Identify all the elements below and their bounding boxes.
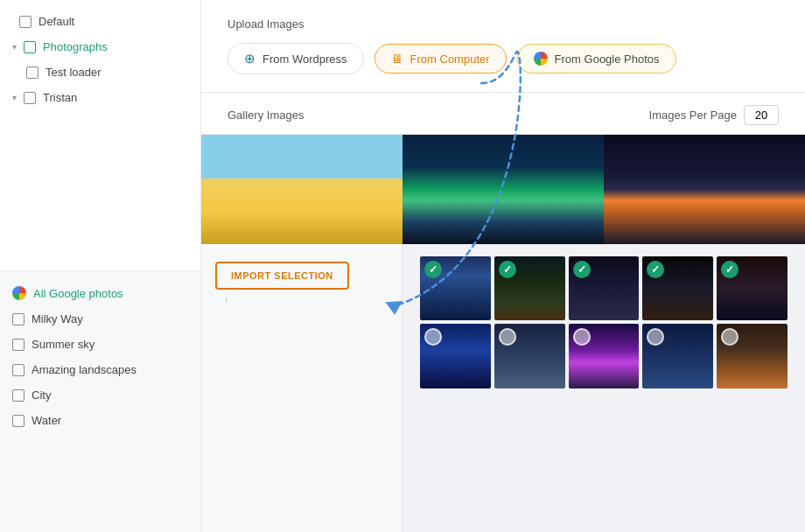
sidebar-item-default[interactable]: Default [0,9,200,34]
sidebar-item-label: Test loader [46,66,102,79]
sidebar-top: Default ▾ Photographs Test loader ▾ Tris… [0,0,200,271]
bottom-section: IMPORT SELECTION ↑ ✓ ✓ ✓ [201,244,805,532]
sidebar-item-label: Milky Way [32,312,83,326]
gallery-images-top [201,135,805,244]
import-selection-button[interactable]: IMPORT SELECTION [215,262,349,290]
photo-cell-5[interactable]: ✓ [717,256,788,320]
import-button-label: IMPORT SELECTION [231,270,333,281]
photo-cell-7[interactable] [494,324,565,388]
sidebar-item-amazing-landscapes[interactable]: Amazing landscapes [0,357,200,382]
per-page-wrap: Images Per Page [649,105,779,125]
photo-cell-9[interactable] [642,324,713,388]
sidebar-item-city[interactable]: City [0,382,200,408]
sidebar-item-summer-sky[interactable]: Summer sky [0,332,200,357]
photo-grid-panel: ✓ ✓ ✓ ✓ ✓ [402,244,805,532]
check-badge: ✓ [573,261,591,278]
gallery-image-mountains[interactable] [604,135,805,244]
square-icon [12,339,24,351]
upload-section: Upload Images ⊕ From Wordpress 🖥 From Co… [201,0,805,93]
sidebar-item-tristan[interactable]: ▾ Tristan [0,85,200,110]
per-page-input[interactable] [744,105,779,125]
sidebar-item-label: All Google photos [33,287,123,300]
upload-label: Upload Images [228,18,779,31]
from-google-photos-button[interactable]: From Google Photos [517,44,676,74]
gallery-image-sky[interactable] [201,135,402,244]
square-icon [12,415,24,427]
aurora-image [402,135,604,244]
button-label: From Wordpress [262,52,347,66]
square-icon [12,389,24,402]
photo-cell-1[interactable]: ✓ [420,256,491,320]
wordpress-icon: ⊕ [244,51,256,66]
check-badge [573,328,591,346]
main-content: Upload Images ⊕ From Wordpress 🖥 From Co… [201,0,805,532]
check-badge: ✓ [499,261,516,278]
sidebar-item-label: Water [32,414,61,427]
photo-cell-6[interactable] [420,324,491,388]
import-btn-wrap: IMPORT SELECTION ↑ [201,253,402,318]
photo-cell-4[interactable]: ✓ [642,256,713,320]
button-label: From Google Photos [555,52,660,66]
sidebar-item-label: Default [38,15,74,28]
from-computer-button[interactable]: 🖥 From Computer [374,44,507,74]
sidebar-item-test-loader[interactable]: Test loader [0,60,200,85]
sidebar-item-label: Photographs [43,40,108,53]
square-icon [19,16,32,28]
button-label: From Computer [410,52,490,66]
sidebar-item-label: Tristan [43,91,77,104]
sidebar-bottom: All Google photos Milky Way Summer sky A… [0,271,200,532]
photo-cell-8[interactable] [569,324,640,388]
photo-cell-3[interactable]: ✓ [569,256,640,320]
gallery-header: Gallery Images Images Per Page [201,93,805,135]
gallery-title: Gallery Images [228,108,304,122]
gallery-image-aurora[interactable] [402,135,604,244]
sidebar-item-all-google[interactable]: All Google photos [0,280,200,306]
chevron-down-icon: ▾ [12,93,17,102]
google-photos-icon [12,286,26,300]
sidebar: Default ▾ Photographs Test loader ▾ Tris… [0,0,201,532]
from-wordpress-button[interactable]: ⊕ From Wordpress [228,43,364,74]
photo-grid: ✓ ✓ ✓ ✓ ✓ [420,256,788,388]
sidebar-item-milky-way[interactable]: Milky Way [0,306,200,332]
square-icon [12,364,24,376]
chevron-down-icon: ▾ [12,42,17,52]
sidebar-item-water[interactable]: Water [0,408,200,433]
photo-cell-10[interactable] [717,324,788,388]
check-badge: ✓ [424,261,442,278]
photo-cell-2[interactable]: ✓ [494,256,565,320]
square-icon [26,66,38,79]
sky-field-image [201,135,402,244]
monitor-icon: 🖥 [391,52,403,66]
left-panel: IMPORT SELECTION ↑ [201,244,402,532]
sidebar-item-label: Summer sky [32,338,94,351]
sidebar-item-photographs[interactable]: ▾ Photographs [0,34,200,60]
per-page-label: Images Per Page [649,108,737,122]
night-mountains-image [604,135,805,244]
square-icon [12,313,24,326]
upload-buttons: ⊕ From Wordpress 🖥 From Computer From Go… [228,43,779,74]
square-icon [24,92,36,104]
photos-icon [24,41,36,53]
sidebar-item-label: Amazing landscapes [32,363,136,376]
sidebar-item-label: City [32,388,51,402]
google-photos-icon [534,52,548,66]
cursor-indicator: ↑ [215,295,388,305]
